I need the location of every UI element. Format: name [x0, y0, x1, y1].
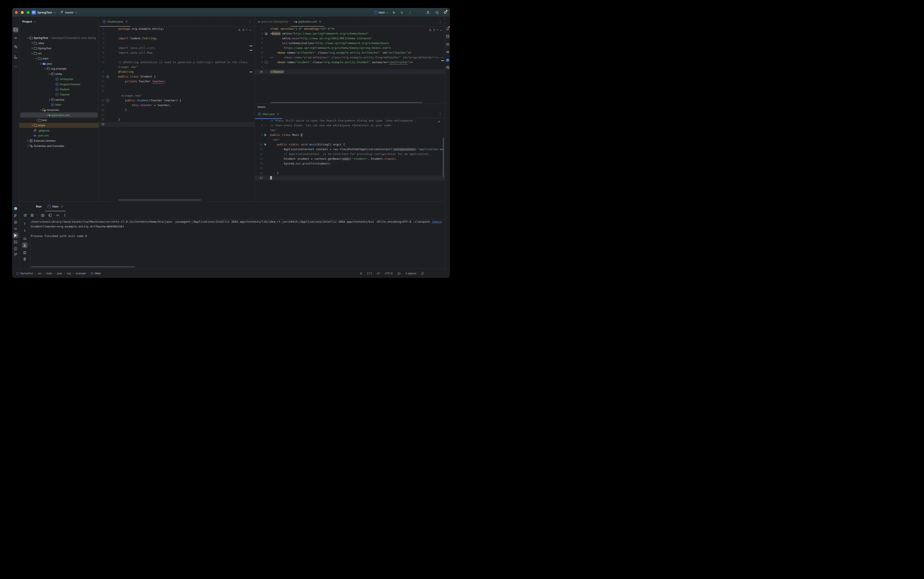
expand-chevron-icon[interactable]	[43, 68, 47, 69]
scroll-to-end-button[interactable]	[22, 242, 28, 248]
run-console[interactable]: /Users/eve/Library/Java/JavaVirtualMachi…	[31, 219, 445, 269]
tree-item-java[interactable]: java	[19, 61, 98, 66]
breadcrumb-item-springtest[interactable]: SpringTest	[16, 272, 33, 275]
warning-stripe-mark[interactable]	[250, 50, 252, 51]
tree-item-pom-xml[interactable]: mpom.xml	[19, 133, 98, 138]
tree-item-service[interactable]: service	[19, 97, 98, 102]
breadcrumb-item-org[interactable]: org	[67, 272, 71, 275]
tree-item-springtest[interactable]: SpringTest~/Desktop/CS/JavaEE/2 Java Spr…	[19, 35, 98, 41]
run-icon[interactable]	[13, 233, 18, 238]
expand-chevron-icon[interactable]	[38, 63, 43, 64]
spring-bean-gutter-icon[interactable]	[106, 75, 110, 79]
inspections-widget[interactable]: ⚠ 1	[429, 28, 442, 31]
tab-options-icon[interactable]: ⋮	[438, 112, 442, 116]
code-with-me-icon[interactable]	[445, 65, 450, 70]
breadcrumb-item-main[interactable]: CMain	[91, 272, 101, 275]
thread-dump-button[interactable]	[41, 213, 45, 217]
xml-breadcrumb-bar[interactable]: beans	[255, 104, 445, 110]
close-icon[interactable]: ✕	[319, 20, 321, 23]
expand-chevron-icon[interactable]	[30, 124, 34, 126]
editor-student[interactable]: C Student.java ✕ ⋮ ⚠ 3 1package org.exam…	[99, 17, 255, 201]
expand-chevron-icon[interactable]	[25, 145, 29, 147]
expand-chevron-icon[interactable]	[34, 119, 38, 121]
build-hammer-icon[interactable]	[13, 213, 18, 219]
tree-item-main[interactable]: CMain	[19, 102, 98, 108]
stop-button[interactable]	[31, 214, 34, 217]
tree-item-test[interactable]: test	[19, 118, 98, 123]
breadcrumb-item-java[interactable]: java	[57, 272, 62, 275]
line-separator[interactable]: LF	[377, 272, 380, 275]
project-folder-icon[interactable]	[13, 27, 18, 33]
close-icon[interactable]: ✕	[61, 205, 63, 208]
tab-student-java[interactable]: C Student.java ✕	[100, 17, 130, 26]
tree-item-src[interactable]: src	[19, 51, 98, 56]
tab-main-java[interactable]: C Main.java ✕	[255, 109, 282, 119]
tab-options-icon[interactable]: ⋮	[248, 20, 252, 23]
h-scrollbar-console[interactable]	[31, 266, 135, 267]
tree-item-target[interactable]: target	[19, 123, 98, 128]
plugin-mascot-icon[interactable]	[13, 206, 18, 211]
next-warning-icon[interactable]	[249, 29, 252, 31]
run-tab-main[interactable]: Main ✕	[45, 201, 65, 211]
commit-icon[interactable]	[13, 35, 18, 41]
tab-options-icon[interactable]: ⋮	[438, 20, 442, 23]
warning-stripe-mark[interactable]	[250, 46, 252, 46]
rerun-button[interactable]	[23, 213, 27, 217]
tab-application-xml[interactable]: </ application.xml ✕	[291, 17, 324, 26]
beans-group-gutter-icon[interactable]	[265, 32, 268, 35]
next-warning-icon[interactable]	[440, 29, 442, 31]
maven-icon[interactable]: m	[445, 49, 450, 55]
settings-button[interactable]: ⚙	[443, 8, 447, 17]
expand-chevron-icon[interactable]	[47, 99, 51, 100]
expand-chevron-icon[interactable]	[30, 43, 34, 44]
warning-stripe-mark[interactable]	[441, 61, 444, 61]
breadcrumb-item-example[interactable]: example	[76, 272, 86, 275]
caret-position[interactable]: 17:1	[367, 272, 372, 275]
services-icon[interactable]	[13, 219, 18, 225]
vim-plugin-icon[interactable]: V	[360, 272, 362, 275]
close-icon[interactable]: ✕	[125, 20, 128, 23]
code-with-me-button[interactable]	[426, 8, 430, 17]
arrow-up-button[interactable]: ↑	[22, 221, 28, 227]
tree-item-resources[interactable]: resources	[19, 108, 98, 113]
profiler-button[interactable]	[56, 213, 59, 217]
code-main-java[interactable]: 7// Press Shift twice to open the Search…	[255, 118, 445, 201]
copilot-icon[interactable]	[397, 272, 401, 275]
search-everywhere-button[interactable]	[435, 8, 439, 17]
soft-wrap-button[interactable]	[22, 236, 28, 242]
notifications-icon[interactable]	[445, 26, 450, 31]
tree-item-entity[interactable]: entity	[19, 71, 98, 77]
expand-chevron-icon[interactable]	[47, 73, 51, 75]
terminal-icon[interactable]	[13, 239, 18, 245]
prev-warning-icon[interactable]	[245, 29, 248, 31]
print-button[interactable]	[22, 250, 28, 255]
indent-setting[interactable]: 4 spaces	[406, 272, 416, 275]
inspections-ok-icon[interactable]: ✔	[438, 120, 440, 123]
clear-button[interactable]	[22, 256, 28, 262]
expand-chevron-icon[interactable]	[25, 140, 29, 141]
expand-chevron-icon[interactable]	[34, 58, 38, 59]
bean-navigate-gutter-icon[interactable]: ↘	[265, 61, 268, 64]
expand-chevron-icon[interactable]	[25, 37, 29, 39]
expand-chevron-icon[interactable]	[30, 52, 34, 54]
breadcrumb-item-src[interactable]: src	[38, 272, 41, 275]
tree-item-scratches-and-consoles[interactable]: Scratches and Consoles	[19, 143, 98, 149]
spring-bean-method-gutter-icon[interactable]: m	[106, 99, 110, 102]
run-button[interactable]	[393, 8, 396, 17]
xml-breadcrumb[interactable]: beans	[258, 105, 265, 108]
v-scrollbar-main[interactable]	[443, 138, 444, 177]
run-gutter-icon[interactable]	[265, 134, 267, 136]
inspections-widget[interactable]: ⚠ 3	[238, 28, 251, 31]
more-actions-button[interactable]: ⋮	[409, 8, 412, 17]
pull-requests-icon[interactable]	[13, 44, 18, 49]
version-control-icon[interactable]	[13, 252, 18, 258]
file-encoding[interactable]: UTF-8	[385, 272, 392, 275]
tree-item-external-libraries[interactable]: External Libraries	[19, 138, 98, 144]
ai-assistant-icon[interactable]	[445, 57, 450, 63]
problems-icon[interactable]	[13, 246, 18, 252]
tree-item-application-xml[interactable]: </application.xml	[19, 113, 98, 118]
minimize-window-button[interactable]	[21, 11, 24, 14]
breadcrumb-item-main[interactable]: main	[46, 272, 52, 275]
import-results-button[interactable]	[48, 213, 52, 217]
debug-button[interactable]	[400, 8, 404, 17]
